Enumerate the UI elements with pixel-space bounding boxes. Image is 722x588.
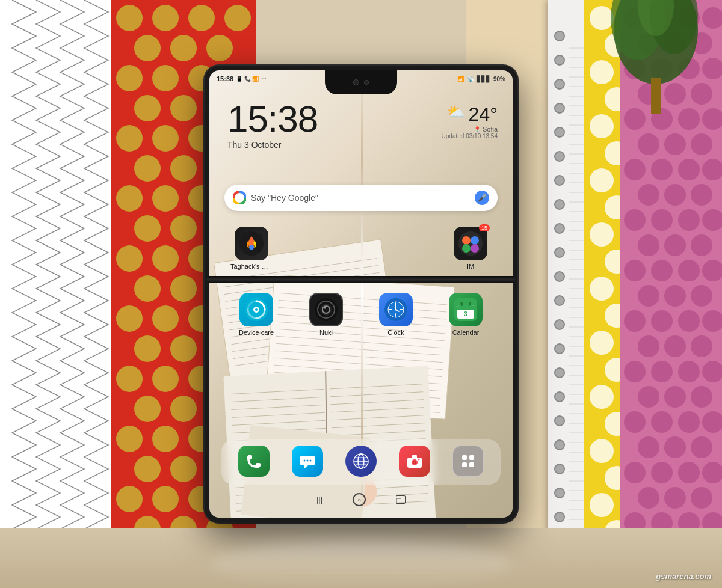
svg-point-260 (664, 184, 686, 206)
svg-point-2 (152, 5, 179, 31)
dock-messages[interactable] (283, 446, 332, 479)
phone-device: 15:38 📱 📞 📶 ··· 📶 📡 ▋▋▋ 90% (205, 66, 517, 522)
svg-point-73 (555, 127, 564, 137)
im-icon: 15 (454, 227, 487, 260)
search-bar[interactable]: Say "Hey Google" 🎤 (224, 185, 498, 211)
svg-point-71 (555, 79, 564, 89)
svg-point-1 (116, 5, 143, 31)
dock-internet-icon (345, 446, 377, 477)
svg-point-48 (170, 396, 197, 422)
google-logo (233, 191, 246, 204)
weather-temp: 24° (469, 103, 498, 126)
svg-point-271 (678, 260, 700, 281)
svg-point-50 (116, 426, 143, 452)
svg-point-7 (206, 35, 233, 61)
svg-point-257 (678, 159, 700, 180)
front-camera-2 (364, 80, 369, 85)
search-placeholder: Say "Hey Google" (251, 193, 475, 203)
svg-rect-437 (469, 455, 474, 460)
svg-point-287 (638, 386, 659, 408)
svg-point-424 (310, 459, 312, 461)
svg-point-85 (555, 416, 564, 426)
plant-decoration (608, 0, 704, 114)
clock-time: 15:38 (227, 100, 318, 138)
svg-point-4 (224, 5, 251, 31)
svg-point-270 (651, 260, 673, 281)
svg-point-422 (304, 459, 306, 461)
wifi-icon: 📡 (467, 76, 474, 82)
dock-camera-icon (399, 446, 430, 477)
svg-point-423 (307, 459, 309, 461)
nav-home[interactable]: ○ (353, 493, 366, 506)
svg-point-41 (170, 335, 197, 362)
calendar-label: Calendar (452, 329, 480, 336)
status-more-icon: ··· (261, 76, 266, 82)
svg-point-264 (678, 209, 700, 231)
phone-screen: 15:38 📱 📞 📶 ··· 📶 📡 ▋▋▋ 90% (209, 70, 513, 518)
svg-point-47 (134, 396, 161, 422)
svg-point-54 (134, 456, 161, 482)
svg-point-297 (624, 462, 646, 483)
svg-point-298 (651, 462, 673, 483)
dock-apps[interactable] (444, 446, 492, 479)
nav-recents[interactable]: □ (396, 495, 406, 504)
svg-point-205 (590, 385, 614, 409)
svg-point-267 (664, 234, 686, 256)
svg-point-302 (664, 487, 686, 509)
phone-reflection (211, 540, 511, 588)
svg-rect-416 (457, 308, 474, 310)
weather-updated: Updated 03/10 13:54 (442, 133, 498, 139)
taghack-label: Taghack's Dash (230, 263, 273, 270)
status-time: 15:38 (217, 75, 233, 82)
svg-point-20 (170, 155, 197, 182)
dock-messages-icon (292, 446, 323, 477)
svg-point-79 (555, 272, 564, 281)
svg-point-70 (555, 55, 564, 65)
dock-camera[interactable] (390, 446, 439, 479)
svg-point-34 (170, 275, 197, 302)
svg-point-26 (134, 215, 161, 242)
svg-point-303 (691, 487, 712, 509)
svg-point-36 (116, 305, 143, 332)
watermark: gsmarena.com (656, 572, 711, 581)
svg-point-390 (462, 236, 471, 245)
nuki-label: Nuki (319, 329, 333, 336)
app-taghack[interactable]: Taghack's Dash (227, 227, 276, 270)
app-clock[interactable]: Clock (372, 293, 420, 336)
svg-point-252 (638, 133, 659, 155)
svg-point-435 (418, 458, 419, 460)
mic-icon[interactable]: 🎤 (475, 191, 489, 205)
im-label: IM (467, 263, 474, 270)
svg-point-263 (651, 209, 673, 231)
svg-text:3: 3 (464, 311, 467, 317)
dock-internet[interactable] (337, 446, 385, 479)
app-nuki[interactable]: Nuki (302, 293, 350, 336)
dock-phone[interactable] (230, 446, 278, 479)
svg-point-278 (678, 310, 700, 332)
svg-point-389 (458, 231, 483, 256)
svg-point-277 (651, 310, 673, 332)
svg-point-82 (555, 344, 564, 354)
svg-point-273 (638, 285, 659, 307)
svg-point-391 (471, 236, 479, 245)
svg-point-289 (691, 386, 712, 408)
svg-rect-431 (412, 455, 417, 458)
svg-point-269 (624, 260, 646, 281)
svg-point-412 (395, 309, 397, 311)
svg-point-301 (638, 487, 659, 509)
svg-point-15 (116, 125, 143, 152)
dock-phone-icon (238, 446, 270, 477)
svg-point-290 (624, 411, 646, 433)
svg-point-84 (555, 392, 564, 402)
app-calendar[interactable]: 3 Calendar (442, 293, 490, 336)
nav-back[interactable]: ||| (316, 495, 322, 504)
app-im[interactable]: 15 IM (446, 227, 495, 270)
svg-point-89 (555, 512, 564, 522)
app-devicecare[interactable]: Device care (232, 293, 280, 336)
status-right: 📶 📡 ▋▋▋ 90% (457, 76, 505, 82)
svg-point-87 (555, 464, 564, 474)
signal-icon: ▋▋▋ (477, 76, 491, 82)
svg-point-292 (678, 411, 700, 433)
svg-point-23 (152, 185, 179, 212)
svg-point-274 (664, 285, 686, 307)
